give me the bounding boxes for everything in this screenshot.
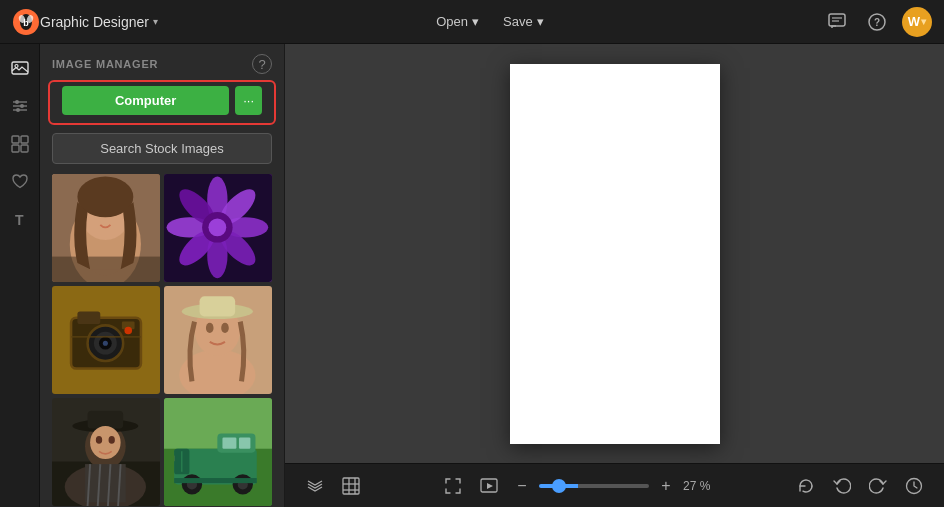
list-item[interactable] xyxy=(52,174,160,282)
ellipsis-icon: ··· xyxy=(243,93,254,108)
search-stock-button[interactable]: Search Stock Images xyxy=(52,133,272,164)
list-item[interactable] xyxy=(164,398,272,506)
zoom-minus-icon: − xyxy=(517,477,526,495)
refresh-icon xyxy=(797,477,815,495)
nav-photos-button[interactable] xyxy=(4,52,36,84)
svg-point-57 xyxy=(221,323,229,333)
nav-text-button[interactable]: T xyxy=(4,204,36,236)
computer-btn-label: Computer xyxy=(115,93,176,108)
grid-view-button[interactable] xyxy=(337,472,365,500)
help-icon-button[interactable]: ? xyxy=(862,7,892,37)
list-item[interactable] xyxy=(164,286,272,394)
text-icon: T xyxy=(11,211,29,229)
redo-button[interactable] xyxy=(864,472,892,500)
undo-icon xyxy=(833,477,851,495)
sidebar-panel: IMAGE MANAGER ? Computer ··· Search Stoc… xyxy=(40,44,285,507)
computer-upload-button[interactable]: Computer xyxy=(62,86,229,115)
svg-point-40 xyxy=(208,218,226,236)
canvas-viewport[interactable] xyxy=(285,44,944,463)
svg-rect-19 xyxy=(21,136,28,143)
expand-button[interactable] xyxy=(439,472,467,500)
history-button[interactable] xyxy=(900,472,928,500)
help-label: ? xyxy=(258,57,265,72)
list-item[interactable] xyxy=(52,286,160,394)
upload-more-button[interactable]: ··· xyxy=(235,86,262,115)
svg-rect-18 xyxy=(12,136,19,143)
save-button[interactable]: Save ▾ xyxy=(495,10,552,33)
zoom-slider[interactable] xyxy=(539,484,649,488)
bottombar-right xyxy=(792,472,928,500)
clock-icon xyxy=(905,477,923,495)
save-label: Save xyxy=(503,14,533,29)
topbar: b Graphic Designer ▾ Open ▾ Save ▾ ? xyxy=(0,0,944,44)
nav-heart-button[interactable] xyxy=(4,166,36,198)
svg-rect-77 xyxy=(222,437,236,448)
nav-grid-button[interactable] xyxy=(4,128,36,160)
svg-text:b: b xyxy=(23,18,29,28)
bottombar: − + 27 % xyxy=(285,463,944,507)
heart-icon xyxy=(11,173,29,191)
panel-title: IMAGE MANAGER xyxy=(52,58,158,70)
app-title-text: Graphic Designer xyxy=(40,14,149,30)
zoom-in-button[interactable]: + xyxy=(655,475,677,497)
preview-button[interactable] xyxy=(475,472,503,500)
chat-icon xyxy=(828,13,846,31)
redo-icon xyxy=(869,477,887,495)
bee-logo-icon: b xyxy=(12,8,40,36)
layers-icon xyxy=(306,477,324,495)
list-item[interactable] xyxy=(52,398,160,506)
refresh-button[interactable] xyxy=(792,472,820,500)
svg-rect-21 xyxy=(21,145,28,152)
nav-sliders-button[interactable] xyxy=(4,90,36,122)
image-grid xyxy=(40,174,284,506)
question-icon: ? xyxy=(868,13,886,31)
zoom-plus-icon: + xyxy=(661,477,670,495)
svg-rect-87 xyxy=(343,478,359,494)
svg-point-56 xyxy=(206,323,214,333)
layers-button[interactable] xyxy=(301,472,329,500)
preview-icon xyxy=(480,477,498,495)
user-avatar[interactable]: W ▾ xyxy=(902,7,932,37)
save-chevron: ▾ xyxy=(537,14,544,29)
avatar-initial: W xyxy=(908,14,920,29)
canvas-page xyxy=(510,64,720,444)
app-title[interactable]: Graphic Designer ▾ xyxy=(40,14,158,30)
svg-rect-63 xyxy=(88,411,124,429)
upload-row: Computer ··· xyxy=(48,80,276,125)
topbar-center: Open ▾ Save ▾ xyxy=(158,10,822,33)
svg-point-65 xyxy=(96,436,102,444)
svg-rect-55 xyxy=(200,296,236,316)
svg-point-47 xyxy=(103,341,108,346)
chat-icon-button[interactable] xyxy=(822,7,852,37)
bottombar-center: − + 27 % xyxy=(439,472,718,500)
svg-point-16 xyxy=(20,104,24,108)
zoom-out-button[interactable]: − xyxy=(511,475,533,497)
svg-rect-43 xyxy=(77,311,100,324)
undo-button[interactable] xyxy=(828,472,856,500)
table-icon xyxy=(342,477,360,495)
panel-header: IMAGE MANAGER ? xyxy=(40,44,284,80)
panel-help-button[interactable]: ? xyxy=(252,54,272,74)
sliders-icon xyxy=(11,97,29,115)
svg-rect-84 xyxy=(174,478,257,483)
zoom-label: 27 % xyxy=(683,479,718,493)
svg-rect-10 xyxy=(12,62,28,74)
open-chevron: ▾ xyxy=(472,14,479,29)
svg-rect-28 xyxy=(52,257,160,282)
list-item[interactable] xyxy=(164,174,272,282)
icon-nav: T xyxy=(0,44,40,507)
svg-point-66 xyxy=(109,436,115,444)
svg-rect-5 xyxy=(829,14,845,26)
svg-text:T: T xyxy=(15,212,24,228)
svg-rect-20 xyxy=(12,145,19,152)
expand-icon xyxy=(444,477,462,495)
topbar-right: ? W ▾ xyxy=(822,7,932,37)
svg-point-17 xyxy=(16,108,20,112)
svg-rect-78 xyxy=(239,437,250,448)
main-area: T IMAGE MANAGER ? Computer ··· Search St… xyxy=(0,44,944,507)
bottombar-left xyxy=(301,472,365,500)
svg-text:?: ? xyxy=(874,17,880,28)
svg-point-15 xyxy=(15,100,19,104)
canvas-area: − + 27 % xyxy=(285,44,944,507)
open-button[interactable]: Open ▾ xyxy=(428,10,487,33)
